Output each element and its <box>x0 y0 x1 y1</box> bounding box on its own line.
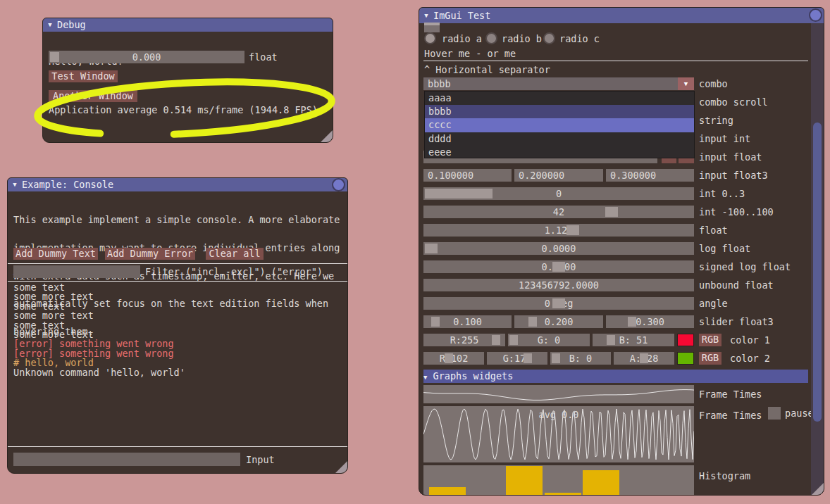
combo-popup: aaaa bbbb cccc dddd eeee <box>424 91 695 158</box>
clear-all-button[interactable]: Clear all <box>206 248 264 260</box>
radio-b-label[interactable]: radio b <box>502 32 542 45</box>
input-float3-label: input float3 <box>699 169 768 182</box>
signed-log-float-label: signed log float <box>699 260 791 273</box>
slider-value: G: 0 <box>538 334 561 346</box>
color2-swatch[interactable] <box>677 352 694 365</box>
slider-grab[interactable] <box>552 353 560 363</box>
slider-float3-x[interactable]: 0.100 <box>423 315 512 328</box>
slider-grab[interactable] <box>566 225 579 235</box>
filter-input[interactable] <box>13 265 140 278</box>
add-dummy-text-button[interactable]: Add Dummy Text <box>13 248 98 260</box>
test-window-button[interactable]: Test Window <box>49 70 118 82</box>
color2-r-slider[interactable]: R:102 <box>423 352 484 365</box>
combo-item-dddd[interactable]: dddd <box>425 132 694 146</box>
scrollbar-grab[interactable] <box>813 122 822 422</box>
input-float3-y[interactable]: 0.200000 <box>514 169 603 182</box>
frame-times-big-label: Frame Times <box>699 409 762 422</box>
resize-grip[interactable] <box>321 130 333 142</box>
combo-item-bbbb[interactable]: bbbb <box>425 105 694 118</box>
slider-grab[interactable] <box>445 353 453 363</box>
float-slider-value: 0.000 <box>132 51 161 63</box>
combo-item-aaaa[interactable]: aaaa <box>425 92 694 105</box>
slider-grab[interactable] <box>492 335 500 345</box>
color2-rgb-button[interactable]: RGB <box>699 352 721 365</box>
angle-slider[interactable]: 0 deg <box>423 297 694 310</box>
add-dummy-error-button[interactable]: Add Dummy Error <box>105 248 195 260</box>
slider-grab[interactable] <box>640 353 648 363</box>
console-log[interactable]: some text some more text some text some … <box>13 283 185 377</box>
slider-grab[interactable] <box>425 189 493 199</box>
close-button[interactable] <box>809 8 822 22</box>
another-window-button[interactable]: Another Window <box>49 90 137 102</box>
collapse-arrow-icon[interactable]: ▼ <box>8 178 22 191</box>
slider-grab[interactable] <box>509 335 518 345</box>
slider-grab[interactable] <box>552 262 565 272</box>
color1-b-slider[interactable]: B: 51 <box>593 334 674 346</box>
console-input[interactable] <box>13 453 240 466</box>
unbound-float-drag[interactable]: 123456792.0000 <box>423 279 694 291</box>
radio-c[interactable] <box>543 32 555 44</box>
histogram-label: Histogram <box>699 470 750 482</box>
clipped-widget <box>424 23 440 32</box>
combo-arrow-button[interactable]: ▼ <box>678 77 694 90</box>
hover-me-text[interactable]: Hover me - or me <box>424 47 516 60</box>
string-label: string <box>699 114 733 127</box>
color1-g-slider[interactable]: G: 0 <box>508 334 590 346</box>
slider-grab[interactable] <box>431 317 440 327</box>
slider-float3-z[interactable]: 0.300 <box>606 315 694 328</box>
signed-log-float-slider[interactable]: 0.0000 <box>423 260 694 273</box>
color1-r-slider[interactable]: R:255 <box>423 334 505 346</box>
radio-b[interactable] <box>485 32 497 44</box>
debug-title: Debug <box>57 19 86 30</box>
radio-a-label[interactable]: radio a <box>442 32 482 45</box>
color2-a-slider[interactable]: A:128 <box>614 352 674 365</box>
histogram-bar <box>429 487 466 496</box>
slider-float3-label: slider float3 <box>699 315 774 328</box>
slider-grab[interactable] <box>524 353 532 363</box>
slider-value: 0.200 <box>545 316 574 327</box>
resize-grip[interactable] <box>335 461 347 473</box>
color1-swatch[interactable] <box>677 334 694 346</box>
debug-titlebar[interactable]: ▼Debug <box>43 18 333 32</box>
radio-a[interactable] <box>424 32 436 44</box>
combo-item-eeee[interactable]: eeee <box>425 146 694 159</box>
input-float3-z[interactable]: 0.300000 <box>606 169 694 182</box>
resize-grip[interactable] <box>812 483 824 495</box>
float-slider[interactable]: 1.123 <box>423 224 694 237</box>
slider-float3-y[interactable]: 0.200 <box>514 315 603 328</box>
int-100-slider[interactable]: 42 <box>423 206 694 218</box>
imgui-titlebar[interactable]: ▼ImGui Test <box>419 8 824 23</box>
slider-grab[interactable] <box>425 244 438 253</box>
log-float-slider[interactable]: 0.0000 <box>423 242 694 255</box>
radio-c-label[interactable]: radio c <box>559 32 600 45</box>
float-slider[interactable]: 0.000 <box>49 51 244 63</box>
slider-grab[interactable] <box>528 317 537 327</box>
float-slider-label: float <box>249 51 278 63</box>
color1-rgb-button[interactable]: RGB <box>699 334 721 346</box>
int-0-3-slider[interactable]: 0 <box>423 187 694 200</box>
collapse-arrow-icon[interactable]: ▼ <box>43 18 57 32</box>
combo-box[interactable]: bbbb <box>423 77 678 90</box>
plot-overlay-text: avg 0.0 <box>423 409 694 420</box>
color2-g-slider[interactable]: G:178 <box>487 352 547 365</box>
input-float3-x[interactable]: 0.100000 <box>423 169 512 182</box>
combo-item-cccc[interactable]: cccc <box>425 118 694 132</box>
pause-checkbox-label[interactable]: pause <box>785 407 814 420</box>
slider-value: R:102 <box>440 353 469 364</box>
close-button[interactable] <box>332 178 345 191</box>
frame-times-small-label: Frame Times <box>699 388 762 401</box>
horizontal-separator-header[interactable]: ^ Horizontal separator <box>424 63 550 76</box>
slider-grab[interactable] <box>605 207 618 217</box>
vertical-scrollbar[interactable] <box>811 23 824 495</box>
console-titlebar[interactable]: ▼Example: Console <box>8 178 347 191</box>
unbound-float-label: unbound float <box>699 279 774 291</box>
color2-b-slider[interactable]: B: 0 <box>550 352 611 365</box>
slider-grab[interactable] <box>50 52 59 62</box>
slider-grab[interactable] <box>628 317 636 327</box>
collapse-arrow-icon[interactable]: ▼ <box>419 8 433 23</box>
slider-grab[interactable] <box>552 298 565 308</box>
graphs-widgets-header[interactable]: ▼ Graphs widgets <box>423 370 808 383</box>
slider-grab[interactable] <box>607 335 615 345</box>
pause-checkbox[interactable] <box>768 407 781 420</box>
combo-label: combo <box>699 77 728 90</box>
